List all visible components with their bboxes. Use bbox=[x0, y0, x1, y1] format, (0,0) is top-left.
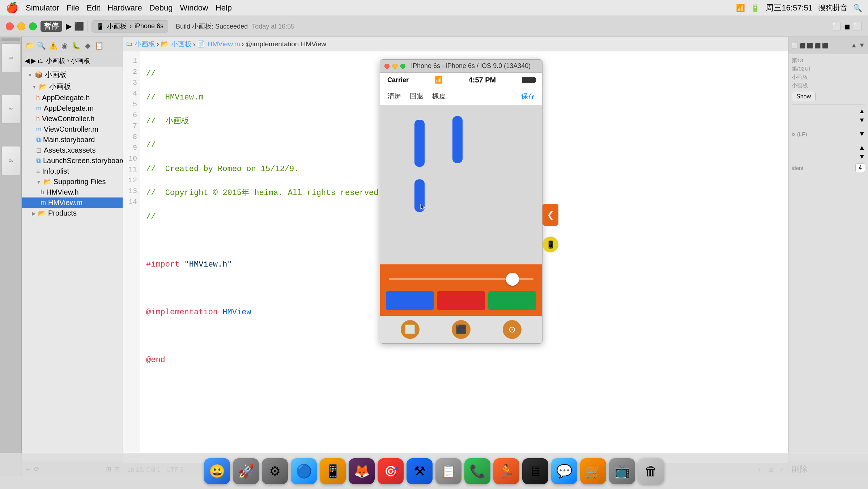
menu-help[interactable]: Help bbox=[216, 3, 232, 13]
dock-app-4[interactable]: 🦊 bbox=[349, 458, 375, 484]
file-main-storyboard[interactable]: ⧉ Main.storyboard bbox=[22, 135, 123, 145]
menu-edit[interactable]: Edit bbox=[86, 3, 100, 13]
file-info-plist[interactable]: ≡ Info.plist bbox=[22, 166, 123, 177]
breadcrumb-item-2[interactable]: 📂 小画板 bbox=[161, 39, 192, 49]
scroll-down-btn-2[interactable]: ▼ bbox=[859, 153, 865, 161]
nav-test-icon[interactable]: ◉ bbox=[59, 41, 69, 51]
toggle-nav-button[interactable]: ⬜ bbox=[832, 22, 841, 31]
blue-color-btn[interactable] bbox=[386, 291, 434, 310]
scheme-selector[interactable]: 📱 小画板 › iPhone 6s bbox=[92, 20, 168, 33]
slider-track[interactable] bbox=[389, 278, 533, 280]
slider-thumb[interactable] bbox=[506, 273, 519, 286]
clear-button[interactable]: 清屏 bbox=[387, 92, 401, 101]
nav-breakpoint-icon[interactable]: ◆ bbox=[82, 41, 93, 51]
file-launch-storyboard[interactable]: ⧉ LaunchScreen.storyboard bbox=[22, 156, 123, 166]
dock-app-8[interactable]: 🏃 bbox=[493, 458, 519, 484]
dock-app-12[interactable]: 📺 bbox=[609, 458, 635, 484]
scroll-up-btn[interactable]: ▲ bbox=[859, 107, 865, 115]
nav-log-icon[interactable]: 📋 bbox=[94, 41, 104, 51]
inspector-tab-3[interactable]: ⬛ bbox=[807, 43, 813, 48]
close-button[interactable] bbox=[6, 22, 14, 30]
scroll-down-btn[interactable]: ▼ bbox=[859, 116, 865, 124]
breadcrumb-item-4[interactable]: @implementation HMView bbox=[245, 40, 326, 48]
file-hmview-m[interactable]: m HMView.m bbox=[22, 197, 123, 208]
drawing-canvas[interactable] bbox=[380, 105, 542, 264]
red-color-btn[interactable] bbox=[437, 291, 485, 310]
maximize-button[interactable] bbox=[29, 22, 37, 30]
apple-menu[interactable]: 🍎 bbox=[6, 2, 18, 14]
toggle-inspector-button[interactable]: ⬜ bbox=[853, 22, 862, 31]
sim-icon-1[interactable]: ⬜ bbox=[401, 320, 420, 339]
sim-minimize-btn[interactable] bbox=[392, 64, 397, 69]
nav-search-icon[interactable]: 🔍 bbox=[36, 41, 46, 51]
nav-warning-icon[interactable]: ⚠️ bbox=[48, 41, 58, 51]
dock-launchpad[interactable]: 🚀 bbox=[233, 458, 259, 484]
thumbnail-2[interactable]: Oc bbox=[1, 95, 20, 124]
indent-value[interactable]: 4 bbox=[855, 163, 865, 172]
run-button[interactable]: ▶ bbox=[66, 22, 72, 31]
sim-maximize-btn[interactable] bbox=[400, 64, 405, 69]
dock-app-6[interactable]: 📋 bbox=[435, 458, 461, 484]
minimize-button[interactable] bbox=[17, 22, 25, 30]
file-supporting-files[interactable]: ▼ 📂 Supporting Files bbox=[22, 177, 123, 187]
file-products[interactable]: ▶ 📂 Products bbox=[22, 208, 123, 218]
sim-icon-2[interactable]: ⬛ bbox=[452, 320, 471, 339]
dock-app-1[interactable]: ⚙ bbox=[262, 458, 288, 484]
breadcrumb-item-1[interactable]: 🗂 小画板 bbox=[126, 39, 155, 49]
menu-file[interactable]: File bbox=[67, 3, 79, 13]
inspector-up-arrow[interactable]: ▲ bbox=[851, 42, 857, 49]
dock-app-10[interactable]: 💬 bbox=[551, 458, 577, 484]
stop-button[interactable]: ⬛ bbox=[74, 22, 84, 31]
file-group-main[interactable]: ▼ 📂 小画板 bbox=[22, 81, 123, 93]
toggle-editor-button[interactable]: ◼ bbox=[844, 22, 850, 31]
thumbnail-3[interactable]: Oc bbox=[1, 146, 20, 175]
dock-app-7[interactable]: 📞 bbox=[464, 458, 490, 484]
sim-chevron-button[interactable]: ❮ bbox=[542, 204, 558, 226]
pause-badge[interactable]: 暂停 bbox=[41, 21, 62, 32]
dock-app-9[interactable]: 🖥 bbox=[522, 458, 548, 484]
search-icon[interactable]: 🔍 bbox=[853, 4, 862, 12]
dock-app-5[interactable]: 🎯 bbox=[378, 458, 404, 484]
dock-finder[interactable]: 😀 bbox=[204, 458, 230, 484]
sim-close-btn[interactable] bbox=[384, 64, 390, 69]
menu-window[interactable]: Window bbox=[180, 3, 208, 13]
menu-simulator[interactable]: Simulator bbox=[26, 3, 59, 13]
file-viewcontroller-h[interactable]: h ViewController.h bbox=[22, 114, 123, 124]
thumbnail-1[interactable]: Oc bbox=[1, 43, 20, 72]
green-color-btn[interactable] bbox=[488, 291, 536, 310]
menu-hardware[interactable]: Hardware bbox=[107, 3, 142, 13]
nav-debug-icon[interactable]: 🐛 bbox=[71, 41, 81, 51]
simulator-titlebar: iPhone 6s - iPhone 6s / iOS 9.0 (13A340) bbox=[380, 60, 542, 73]
scroll-up-btn-2[interactable]: ▲ bbox=[859, 144, 865, 152]
dock-app-11[interactable]: 🛒 bbox=[580, 458, 606, 484]
dock-trash[interactable]: 🗑 bbox=[638, 458, 664, 484]
dock-xcode[interactable]: ⚒ bbox=[407, 458, 433, 484]
file-hmview-h[interactable]: h HMView.h bbox=[22, 187, 123, 197]
sim-icon-3[interactable]: ⊙ bbox=[503, 320, 522, 339]
file-appdelegate-m[interactable]: m AppDelegate.m bbox=[22, 103, 123, 114]
inspector-tab-5[interactable]: ⬛ bbox=[822, 43, 828, 48]
undo-button[interactable]: 回退 bbox=[410, 92, 424, 101]
sim-bottom-btn-1[interactable]: 📱 bbox=[542, 237, 558, 252]
breadcrumb-item-3[interactable]: 📄 HMView.m bbox=[197, 40, 240, 48]
file-assets[interactable]: ⊡ Assets.xcassets bbox=[22, 145, 123, 156]
show-button[interactable]: Show bbox=[792, 92, 816, 101]
eraser-button[interactable]: 橡皮 bbox=[432, 92, 446, 101]
inspector-tab-2[interactable]: ⬛ bbox=[799, 43, 805, 48]
save-button[interactable]: 保存 bbox=[521, 92, 535, 101]
file-project-root[interactable]: ▼ 📦 小画板 bbox=[22, 69, 123, 81]
file-viewcontroller-m[interactable]: m ViewController.m bbox=[22, 124, 123, 135]
menu-debug[interactable]: Debug bbox=[149, 3, 173, 13]
line-ending-arrow[interactable]: ▼ bbox=[859, 130, 865, 138]
file-appdelegate-h[interactable]: h AppDelegate.h bbox=[22, 93, 123, 103]
dock-app-3[interactable]: 📱 bbox=[320, 458, 346, 484]
folder-icon: 📂 bbox=[43, 178, 51, 186]
nav-folder-icon[interactable]: 📁 bbox=[25, 41, 35, 51]
file-name-10: HMView.h bbox=[46, 188, 79, 196]
inspector-tab-4[interactable]: ⬛ bbox=[814, 43, 821, 48]
inspector-tab-1[interactable]: ⬜ bbox=[792, 43, 798, 48]
nav-icon-row: 📁 🔍 ⚠️ ◉ 🐛 ◆ 📋 bbox=[22, 37, 123, 54]
dock-app-2[interactable]: 🔵 bbox=[291, 458, 317, 484]
inspector-down-arrow[interactable]: ▼ bbox=[859, 42, 865, 49]
ime-icon[interactable]: 搜狗拼音 bbox=[818, 3, 847, 13]
